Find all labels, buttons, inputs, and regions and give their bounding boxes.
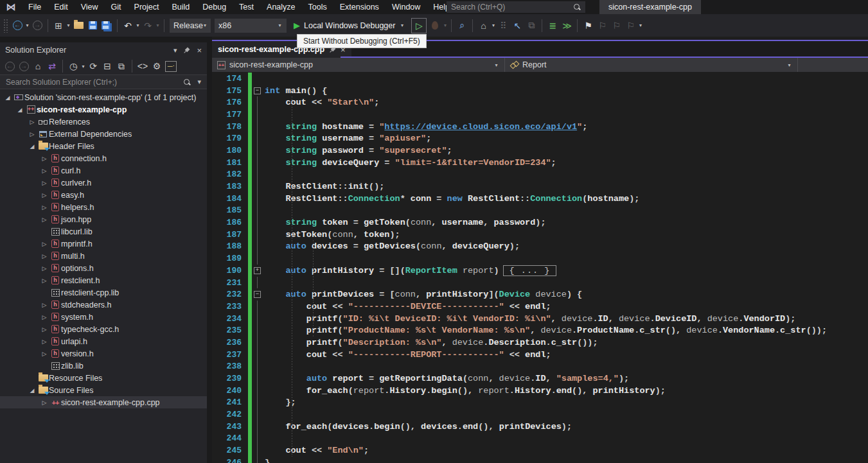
tree-expand-arrow-icon[interactable]: ▷ [27,119,37,125]
tree-expand-arrow-icon[interactable]: ◢ [3,94,13,101]
tree-expand-arrow-icon[interactable]: ▷ [39,180,49,186]
format-document-icon[interactable]: ≣ [546,19,559,33]
tree-expand-arrow-icon[interactable]: ▷ [39,168,49,174]
code-line[interactable]: 240 for_each(report.History.begin(), rep… [212,385,868,397]
code-line[interactable]: 175−int main() { [212,85,868,97]
scope-dropdown[interactable]: ++ sicon-rest-example-cpp ▾ [212,58,504,72]
code-line[interactable]: 243 for_each(devices.begin(), devices.en… [212,421,868,433]
tree-expand-arrow-icon[interactable]: ▷ [39,277,49,284]
code-line[interactable]: 233 cout << "-----------DEVICE----------… [212,301,868,313]
menu-edit[interactable]: Edit [48,0,75,14]
tree-item[interactable]: ▷hjson.hpp [0,213,207,225]
tree-item[interactable]: ▷++sicon-rest-example-cpp.cpp [0,396,207,408]
code-line[interactable]: 179 string username = "apiuser"; [212,132,868,144]
code-line[interactable]: 181 string deviceQuery = "limit=-1&filte… [212,157,868,169]
bookmark-icon[interactable]: ⚑ [581,19,594,33]
open-file-icon[interactable] [72,19,85,33]
chevron-down-icon[interactable]: ▾ [442,22,448,28]
tree-expand-arrow-icon[interactable]: ▷ [39,216,49,223]
menu-file[interactable]: File [22,0,48,14]
toolbar-grip[interactable] [3,19,8,33]
code-line[interactable]: 242 [212,408,868,421]
tree-item[interactable]: libcurl.lib [0,225,207,238]
solution-explorer-search-input[interactable]: Search Solution Explorer (Ctrl+;) ▾ [0,74,207,89]
tree-item[interactable]: ▷hstdcheaders.h [0,299,207,311]
home-window-icon[interactable]: ⌂ [477,19,490,33]
se-preview-pane-icon[interactable]: ─ᐧ [164,59,177,73]
redo-icon[interactable]: ↷ [141,19,154,33]
member-dropdown[interactable]: Report ▾ [505,58,797,72]
save-icon[interactable] [86,19,99,33]
tree-expand-arrow-icon[interactable]: ◢ [27,143,37,150]
tree-item[interactable]: ▷hconnection.h [0,152,207,164]
chevron-down-icon[interactable]: ▾ [490,22,496,28]
code-line[interactable]: 183 RestClient::init(); [212,180,868,193]
tree-expand-arrow-icon[interactable]: ▷ [39,204,49,211]
code-line[interactable]: 184 RestClient::Connection* conn = new R… [212,193,868,205]
tree-item[interactable]: zlib.lib [0,360,207,372]
bookmark-clear-icon[interactable]: ⚐ [624,19,637,33]
code-line[interactable]: 178 string hostname = "https://device.cl… [212,121,868,133]
se-home-icon[interactable]: ⌂ [31,59,44,73]
tree-expand-arrow-icon[interactable]: ▷ [39,399,49,406]
select-pointer-icon[interactable]: ↖ [511,19,524,33]
code-line[interactable]: 235 printf("ProductName: %s\t VendorName… [212,324,868,336]
se-sync-active-document-icon[interactable]: ⇄ [46,59,58,73]
tree-item[interactable]: ▷References [0,116,207,128]
code-line[interactable]: 189 [212,252,868,265]
tree-item[interactable]: ◢Solution 'sicon-rest-example-cpp' (1 of… [0,91,207,103]
code-line[interactable]: 185 [212,205,868,217]
code-line[interactable]: 244 [212,433,868,445]
menu-debug[interactable]: Debug [196,0,233,14]
fold-marker-icon[interactable]: − [252,85,263,97]
tree-item[interactable]: ▷hoptions.h [0,262,207,274]
search-options-chevron-icon[interactable]: ▾ [197,78,201,86]
tree-expand-arrow-icon[interactable]: ◢ [27,387,37,394]
code-line[interactable]: 182 [212,169,868,181]
fold-marker-icon[interactable]: + [252,265,263,277]
se-collapse-all-icon[interactable]: ⊟ [101,59,114,73]
panel-close-icon[interactable]: × [197,46,202,55]
menu-window[interactable]: Window [385,0,427,14]
nav-forward-icon[interactable]: → [31,19,44,33]
code-line[interactable]: 237 cout << "-----------REPORT----------… [212,349,868,361]
code-line[interactable]: 177 [212,109,868,121]
tree-item[interactable]: ◢Source Files [0,384,207,396]
tree-expand-arrow-icon[interactable]: ▷ [39,253,49,259]
chevron-down-icon[interactable]: ▾ [637,22,643,28]
tree-item[interactable]: ▷hmprintf.h [0,238,207,250]
code-line[interactable]: 180 string password = "supersecret"; [212,144,868,157]
tree-item[interactable]: ▷hsystem.h [0,311,207,323]
menu-git[interactable]: Git [105,0,128,14]
chevron-down-icon[interactable]: ▾ [24,22,30,28]
tree-expand-arrow-icon[interactable]: ◢ [15,107,25,113]
tree-item[interactable]: ▷hcurl.h [0,164,207,177]
tree-item[interactable]: restclient-cpp.lib [0,286,207,299]
menu-extensions[interactable]: Extensions [333,0,385,14]
column-dots-icon[interactable]: ⠿ [497,19,509,33]
tree-item[interactable]: ▷hhelpers.h [0,201,207,213]
se-refresh-icon[interactable]: ⟳ [87,59,100,73]
menu-build[interactable]: Build [165,0,196,14]
tree-expand-arrow-icon[interactable]: ▷ [27,131,37,137]
tree-item[interactable]: Resource Files [0,372,207,384]
se-back-icon[interactable]: ← [3,59,16,73]
panel-options-chevron-icon[interactable]: ▾ [173,46,177,55]
tree-item[interactable]: ▷hrestclient.h [0,274,207,286]
profiler-flame-icon[interactable] [429,19,441,33]
tree-expand-arrow-icon[interactable]: ▷ [39,241,49,247]
panel-pin-icon[interactable] [182,45,192,55]
code-line[interactable]: 241 }; [212,397,868,409]
tree-item[interactable]: ▷hcurlver.h [0,177,207,189]
code-line[interactable]: 190+ auto printHistory = [](ReportItem r… [212,265,868,277]
code-line[interactable]: 236 printf("Description: %s\n", device.D… [212,336,868,349]
start-without-debugging-button[interactable]: ▷ [411,18,427,33]
collapsed-region-box[interactable]: { ... } [503,265,557,276]
tree-expand-arrow-icon[interactable]: ▷ [39,326,49,333]
tree-expand-arrow-icon[interactable]: ▷ [39,338,49,345]
chevron-down-icon[interactable]: ▾ [155,22,161,28]
code-line[interactable]: 246} [212,457,868,463]
collapse-icon[interactable]: − [254,87,261,94]
code-line[interactable]: 234 printf("ID: %i\t DeviceID: %i\t Vend… [212,313,868,325]
code-line[interactable]: 238 [212,361,868,373]
